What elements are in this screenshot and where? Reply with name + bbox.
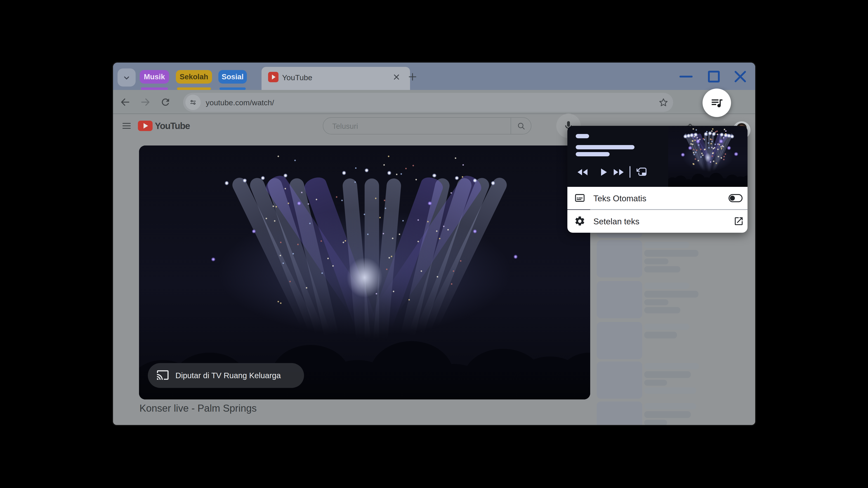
confetti-particle — [400, 173, 402, 175]
related-videos-skeleton — [597, 231, 755, 425]
window-maximize-button[interactable] — [707, 70, 720, 83]
confetti-particle — [344, 240, 346, 242]
address-bar[interactable]: youtube.com/watch/ — [183, 93, 673, 112]
back-button[interactable] — [120, 97, 131, 107]
confetti-particle — [388, 156, 390, 157]
bookmark-star-button[interactable] — [658, 97, 669, 108]
caption-settings-label: Setelan teks — [593, 217, 640, 226]
confetti-particle — [695, 129, 697, 131]
skeleton-text-line — [644, 250, 699, 257]
skeleton-text-line — [644, 283, 689, 289]
confetti-particle — [451, 283, 453, 285]
live-caption-row[interactable]: Teks Otomatis — [567, 187, 747, 209]
caption-settings-row[interactable]: Setelan teks — [567, 210, 747, 233]
search-button[interactable] — [510, 118, 531, 134]
skeleton-thumbnail — [597, 361, 642, 399]
tab-youtube[interactable]: YouTube — [261, 67, 410, 90]
media-controls-popup: Teks Otomatis Setelan teks — [567, 126, 747, 233]
picture-in-picture-button[interactable] — [636, 167, 649, 177]
performer-glow — [705, 153, 711, 162]
video-player[interactable]: Diputar di TV Ruang Keluarga — [139, 145, 590, 399]
previous-track-button[interactable] — [576, 167, 589, 177]
gear-icon — [574, 216, 585, 228]
captions-icon — [574, 193, 585, 204]
media-controls-button[interactable] — [703, 89, 731, 117]
skeleton-text-line — [644, 411, 691, 418]
skeleton-video-item — [597, 281, 755, 318]
plus-icon — [408, 78, 417, 83]
next-track-button[interactable] — [612, 167, 625, 177]
search-input[interactable]: Telusuri — [323, 117, 531, 134]
spotlight-icon — [491, 181, 495, 185]
concert-thumbnail-image — [668, 126, 747, 187]
window-close-button[interactable] — [734, 70, 747, 83]
skeleton-text-line — [644, 387, 696, 394]
confetti-particle — [396, 174, 397, 175]
youtube-wordmark: YouTube — [155, 121, 190, 131]
confetti-particle — [711, 139, 713, 140]
browser-window: Musik Sekolah Sosial YouTube — [113, 63, 755, 425]
skeleton-text-line — [644, 266, 680, 272]
reload-icon — [160, 104, 171, 108]
window-minimize-button[interactable] — [680, 70, 692, 83]
confetti-particle — [405, 168, 407, 169]
confetti-particle — [692, 128, 694, 130]
skeleton-video-item — [597, 322, 755, 359]
confetti-particle — [277, 301, 279, 302]
confetti-particle — [415, 178, 417, 181]
skeleton-video-item — [597, 361, 755, 399]
tab-close-button[interactable] — [392, 73, 401, 81]
live-caption-toggle[interactable] — [728, 194, 743, 202]
confetti-particle — [336, 196, 338, 198]
tab-group-label: Sekolah — [180, 72, 209, 81]
spotlight-icon — [719, 139, 723, 143]
cast-status-pill: Diputar di TV Ruang Keluarga — [148, 363, 304, 388]
picture-in-picture-icon — [636, 174, 647, 178]
tab-group-musik[interactable]: Musik — [140, 70, 169, 84]
spotlight-icon — [727, 146, 731, 150]
confetti-particle — [715, 144, 716, 145]
track-artist-placeholder — [576, 152, 610, 156]
new-tab-button[interactable] — [408, 72, 417, 82]
skeleton-thumbnail — [597, 322, 642, 359]
guide-menu-button[interactable] — [122, 121, 131, 131]
site-settings-button[interactable] — [185, 95, 201, 110]
skeleton-text-line — [644, 291, 699, 297]
tab-group-underline — [141, 88, 168, 90]
confetti-particle — [367, 234, 369, 235]
track-line-placeholder — [576, 145, 634, 149]
spotlight-icon — [225, 181, 229, 185]
confetti-particle — [725, 130, 726, 132]
confetti-particle — [399, 234, 400, 235]
confetti-particle — [693, 154, 695, 156]
confetti-particle — [266, 218, 267, 219]
url-text[interactable]: youtube.com/watch/ — [206, 98, 274, 107]
skeleton-text-line — [644, 258, 669, 264]
spotlight-icon — [514, 255, 518, 259]
fast-forward-icon — [612, 174, 625, 178]
play-button[interactable] — [596, 167, 610, 177]
youtube-favicon-icon — [268, 72, 278, 82]
tab-group-sekolah[interactable]: Sekolah — [176, 70, 212, 84]
spotlight-icon — [681, 153, 685, 157]
forward-button[interactable] — [140, 97, 151, 107]
tab-search-button[interactable] — [118, 68, 135, 87]
reload-button[interactable] — [160, 97, 171, 107]
confetti-particle — [386, 269, 388, 270]
spotlight-icon — [734, 152, 738, 156]
tab-group-underline — [219, 88, 246, 90]
spotlight-icon — [211, 257, 215, 261]
confetti-particle — [715, 131, 717, 133]
confetti-particle — [384, 200, 385, 201]
skeleton-text-line — [644, 403, 696, 410]
confetti-particle — [355, 167, 357, 169]
youtube-logo[interactable]: YouTube — [138, 121, 190, 131]
confetti-particle — [712, 128, 714, 130]
video-title: Konser live - Palm Springs — [140, 402, 256, 414]
tab-title: YouTube — [282, 73, 312, 82]
live-caption-label: Teks Otomatis — [593, 194, 646, 203]
youtube-play-icon — [138, 121, 153, 131]
skeleton-text-line — [644, 420, 667, 425]
tab-group-sosial[interactable]: Sosial — [218, 70, 247, 84]
spotlight-icon — [261, 176, 265, 180]
